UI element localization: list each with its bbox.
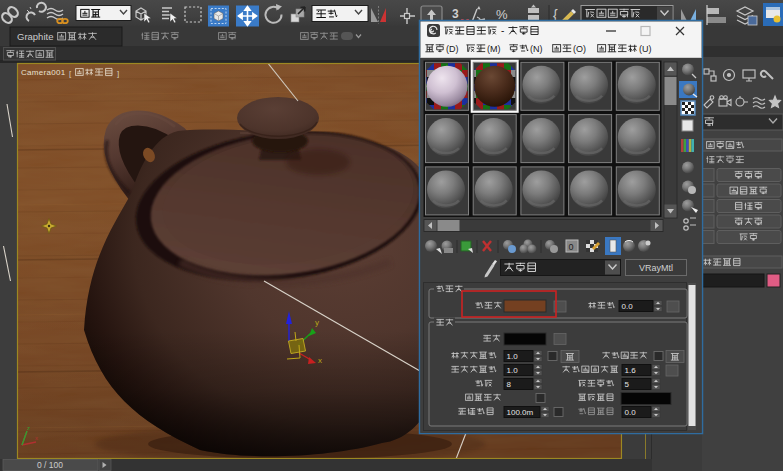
svg-text:1.0: 1.0 [507, 366, 519, 375]
svg-text:Camera001: Camera001 [21, 68, 66, 77]
svg-text:(M): (M) [487, 44, 501, 54]
svg-text:1.6: 1.6 [625, 366, 637, 375]
svg-text:5: 5 [625, 380, 630, 389]
svg-text:z: z [27, 425, 30, 431]
svg-text:Graphite: Graphite [17, 31, 53, 42]
svg-text:0.0: 0.0 [622, 302, 634, 311]
svg-text:0 / 100: 0 / 100 [37, 460, 63, 470]
svg-text:1.0: 1.0 [507, 352, 519, 361]
svg-text:y: y [315, 318, 319, 327]
svg-text:x: x [318, 356, 322, 365]
svg-text:8: 8 [507, 380, 512, 389]
svg-text:100.0m: 100.0m [507, 408, 534, 417]
svg-text:]: ] [117, 69, 119, 78]
svg-text:(D): (D) [446, 44, 459, 54]
svg-text:-: - [501, 25, 504, 36]
svg-text:(O): (O) [573, 44, 586, 54]
svg-text:(N): (N) [530, 44, 543, 54]
svg-text:VRayMtl: VRayMtl [639, 263, 673, 273]
svg-text:x: x [35, 435, 38, 441]
svg-text:0.0: 0.0 [625, 408, 637, 417]
svg-text:3: 3 [452, 7, 459, 21]
svg-text:(U): (U) [639, 44, 652, 54]
svg-text:0: 0 [569, 242, 574, 252]
